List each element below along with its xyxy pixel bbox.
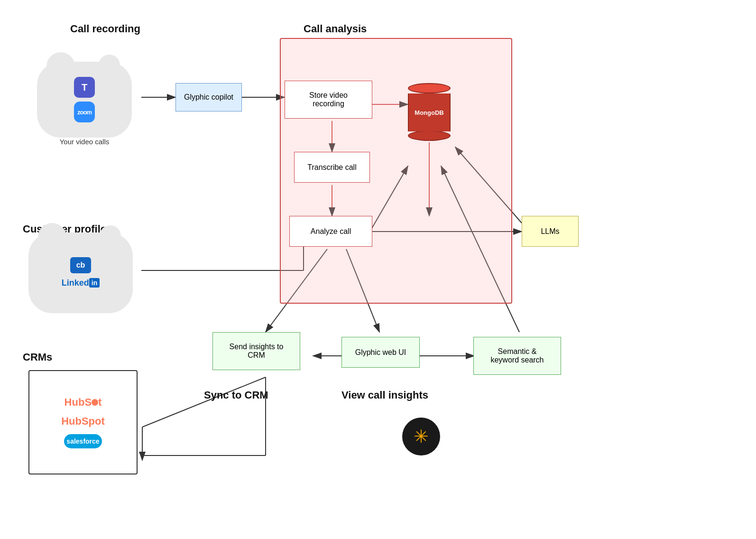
cylinder-bottom bbox=[408, 130, 451, 141]
zoom-icon: zoom bbox=[74, 102, 95, 122]
linkedin-in: in bbox=[89, 278, 100, 288]
call-analysis-label: Call analysis bbox=[304, 23, 367, 35]
llms-box: LLMs bbox=[522, 216, 579, 247]
mongodb-cylinder: MongoDB bbox=[406, 83, 453, 141]
diagram-container: Call recording Call analysis Customer pr… bbox=[0, 0, 756, 539]
glyphic-copilot-box: Glyphic copilot bbox=[175, 83, 242, 112]
video-calls-cloud: T zoom bbox=[37, 62, 132, 138]
mongodb-label: MongoDB bbox=[415, 109, 443, 116]
view-call-insights-label: View call insights bbox=[341, 389, 428, 401]
semantic-icon: ✳ bbox=[402, 418, 440, 455]
svg-line-17 bbox=[142, 377, 266, 427]
semantic-icon-glyph: ✳ bbox=[414, 426, 429, 447]
store-video-recording-box: Store video recording bbox=[285, 81, 372, 119]
analyze-call-box: Analyze call bbox=[289, 216, 372, 247]
send-insights-crm-label: Send insights to CRM bbox=[230, 343, 284, 360]
linkedin-text: Linked bbox=[62, 278, 89, 288]
video-calls-text: Your video calls bbox=[56, 138, 113, 146]
linkedin-icon: Linkedin bbox=[60, 277, 101, 289]
sync-to-crm-label: Sync to CRM bbox=[204, 389, 268, 401]
transcribe-call-box: Transcribe call bbox=[294, 152, 370, 183]
crms-label: CRMs bbox=[23, 351, 52, 363]
crms-box: HubSt HubSpot salesforce bbox=[28, 370, 138, 474]
teams-icon: T bbox=[74, 77, 95, 98]
cylinder-top bbox=[408, 83, 451, 93]
glyphic-web-ui-box: Glyphic web UI bbox=[341, 337, 420, 368]
cylinder-body: MongoDB bbox=[408, 93, 451, 131]
cb-icon: cb bbox=[70, 257, 91, 273]
send-insights-crm-box: Send insights to CRM bbox=[212, 332, 300, 370]
semantic-keyword-search-box: Semantic & keyword search bbox=[473, 337, 561, 375]
store-video-recording-label: Store video recording bbox=[309, 91, 348, 108]
hubspot-text: HubSt bbox=[65, 396, 102, 409]
customer-profiles-cloud: cb Linkedin bbox=[28, 232, 133, 313]
call-recording-label: Call recording bbox=[70, 23, 140, 35]
hubspot-logo: HubSpot bbox=[61, 415, 105, 427]
semantic-keyword-search-label: Semantic & keyword search bbox=[490, 347, 544, 364]
salesforce-logo: salesforce bbox=[64, 434, 102, 448]
